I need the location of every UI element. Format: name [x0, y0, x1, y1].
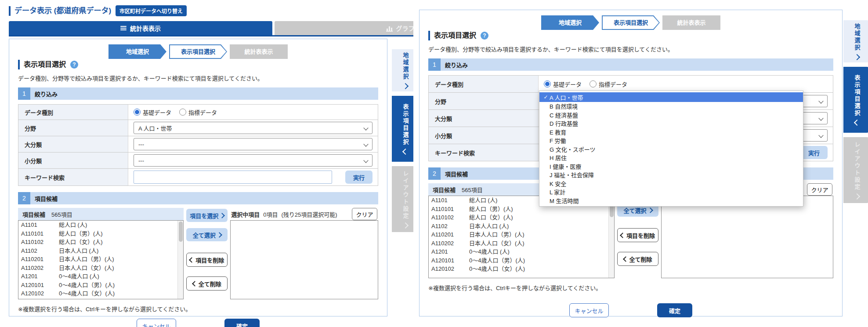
dropdown-option[interactable]: E 教育 [539, 128, 803, 137]
list-item[interactable]: A110201 日本人人口（男）(人) [429, 230, 614, 239]
clear-button[interactable]: クリア [807, 183, 832, 196]
selected-list[interactable] [661, 196, 833, 278]
item-code: A110101 [431, 205, 469, 214]
filter-form: データ種別 基礎データ 指標データ 分野 A 人口・世帯 大分類 --- [18, 104, 378, 186]
list-item[interactable]: A1102 日本人人口 (人) [18, 247, 183, 255]
dropdown-option[interactable]: ✓ A 人口・世帯 [539, 92, 803, 102]
option-label: M 生活時間 [550, 196, 579, 205]
clear-button[interactable]: クリア [352, 208, 377, 220]
selected-header: 選択中項目 0項目 (残り25項目選択可能) クリア [230, 208, 378, 220]
selection-card: 地域選択 表示項目選択 統計表表示 表示項目選択 ? データ種別、分野等で絞込み… [9, 39, 387, 316]
scrollbar-thumb[interactable] [179, 222, 183, 242]
dropdown-option[interactable]: B 自然環境 [539, 102, 803, 111]
remove-item-button[interactable]: 項目を削除 [186, 253, 228, 267]
category-select[interactable]: A 人口・世帯 [134, 122, 373, 134]
side-tab[interactable]: 表示項目選択 [843, 67, 868, 133]
radio-indicator-data[interactable]: 指標データ [179, 108, 217, 116]
radio-basic-data[interactable]: 基礎データ [544, 80, 582, 88]
list-item[interactable]: A110102 総人口（女）(人) [18, 238, 183, 247]
filter-section-header: 1 絞り込み [18, 87, 378, 100]
select-value: --- [138, 141, 144, 148]
radio-unselected-icon [590, 80, 597, 87]
selected-list[interactable] [230, 220, 378, 299]
dropdown-option[interactable]: H 居住 [539, 153, 803, 162]
option-label: A 人口・世帯 [550, 93, 583, 102]
list-scrollbar[interactable] [608, 196, 614, 278]
help-icon[interactable]: ? [70, 61, 78, 69]
list-item[interactable]: A120102 0～4歳人口（女）(人) [429, 265, 614, 273]
select-all-button[interactable]: 全て選択 [186, 228, 228, 241]
dropdown-option[interactable]: G 文化・スポーツ [539, 145, 803, 154]
item-code: A1102 [431, 222, 469, 231]
side-tab[interactable]: レイアウト設定 [392, 166, 413, 232]
dropdown-option[interactable]: C 経済基盤 [539, 111, 803, 120]
radio-indicator-data[interactable]: 指標データ [590, 80, 627, 88]
confirm-button[interactable]: 確定 [224, 319, 260, 327]
form-row-category: 分野 A 人口・世帯 [18, 120, 378, 136]
dropdown-option[interactable]: M 生活時間 [539, 196, 803, 205]
major-class-select[interactable]: --- [134, 138, 373, 150]
panel-description: データ種別、分野等で絞込み項目を選択するか、キーワード検索にて項目を選択してくだ… [428, 45, 833, 53]
tab-graph[interactable]: グラフ表示 [275, 21, 413, 35]
stepper: 地域選択 表示項目選択 統計表表示 [428, 15, 833, 30]
item-select-panel-with-dropdown: 地域選択 表示項目選択 統計表表示 表示項目選択 ? データ種別、分野等で絞込み… [413, 0, 868, 327]
step-table-display: 統計表表示 [230, 44, 288, 59]
minor-class-select[interactable]: --- [134, 154, 373, 167]
list-item[interactable]: A1102 日本人人口 (人) [429, 222, 614, 231]
dropdown-option[interactable]: L 家計 [539, 188, 803, 196]
item-name: 日本人人口（男）(人) [59, 255, 114, 264]
tab-label: グラフ表示 [396, 24, 414, 33]
list-item[interactable]: A110201 日本人人口（男）(人) [18, 255, 183, 264]
list-item[interactable]: A1201 0～4歳人口 (人) [18, 272, 183, 281]
list-item[interactable]: A110101 総人口（男）(人) [18, 229, 183, 238]
cancel-button[interactable]: キャンセル [569, 303, 609, 317]
radio-label: 指標データ [188, 108, 217, 116]
cancel-button[interactable]: キャンセル [137, 319, 176, 327]
list-item[interactable]: A120102 0～4歳人口（女）(人) [18, 289, 183, 298]
candidates-list[interactable]: A1101 総人口 (人) A110101 総人口（男）(人) A110102 [428, 196, 615, 278]
list-item[interactable]: A110102 総人口（女）(人) [429, 213, 614, 222]
step-region-select[interactable]: 地域選択 [108, 44, 166, 59]
step-region-select[interactable]: 地域選択 [541, 15, 599, 30]
dropdown-option[interactable]: F 労働 [539, 136, 803, 145]
side-tab[interactable]: 地域選択 [843, 20, 868, 62]
section-title: 項目候補 [30, 194, 58, 203]
list-item[interactable]: A110202 日本人人口（女）(人) [18, 264, 183, 272]
chevron-icon [854, 120, 860, 126]
help-icon[interactable]: ? [481, 32, 488, 40]
confirm-button[interactable]: 確定 [657, 303, 692, 317]
step-item-select[interactable]: 表示項目選択 [169, 44, 227, 59]
dropdown-option[interactable]: I 健康・医療 [539, 162, 803, 171]
step-item-select[interactable]: 表示項目選択 [602, 15, 660, 30]
municipal-switch-button[interactable]: 市区町村データへ切り替え [116, 5, 187, 16]
radio-label: 基礎データ [143, 108, 171, 116]
side-tab[interactable]: レイアウト設定 [843, 137, 868, 203]
select-item-button[interactable]: 項目を選択 [186, 209, 228, 222]
remove-all-button[interactable]: 全て削除 [186, 276, 228, 291]
execute-button[interactable]: 実行 [800, 146, 828, 159]
side-tab-label: 地域選択 [401, 52, 410, 80]
side-tab[interactable]: 表示項目選択 [392, 96, 413, 162]
dropdown-option[interactable]: K 安全 [539, 179, 803, 188]
multi-select-note: ※複数選択を行う場合は、Ctrlキーを押しながら選択してください。 [428, 283, 833, 292]
list-item[interactable]: A1101 総人口 (人) [18, 221, 183, 229]
list-item[interactable]: A1201 0～4歳人口 (人) [429, 247, 614, 256]
list-scrollbar[interactable] [177, 221, 183, 299]
dropdown-option[interactable]: J 福祉・社会保障 [539, 171, 803, 179]
radio-basic-data[interactable]: 基礎データ [134, 108, 171, 116]
side-tab[interactable]: 地域選択 [392, 49, 413, 91]
tab-label: 統計表表示 [130, 24, 161, 33]
item-name: 0～4歳人口（女）(人) [59, 289, 115, 298]
item-name: 総人口 (人) [59, 221, 87, 229]
keyword-input[interactable] [134, 171, 332, 184]
dropdown-option[interactable]: D 行政基盤 [539, 119, 803, 128]
item-code: A1102 [21, 247, 59, 255]
list-item[interactable]: A110202 日本人人口（女）(人) [429, 239, 614, 248]
remove-item-button[interactable]: 項目を削除 [617, 228, 658, 242]
list-item[interactable]: A120101 0～4歳人口（男）(人) [18, 281, 183, 290]
candidates-list[interactable]: A1101 総人口 (人) A110101 総人口（男）(人) A110102 [18, 220, 184, 299]
execute-button[interactable]: 実行 [345, 171, 373, 184]
list-item[interactable]: A120101 0～4歳人口（男）(人) [429, 256, 614, 265]
remove-all-button[interactable]: 全て削除 [617, 252, 658, 266]
tab-statistics-table[interactable]: 統計表表示 [9, 21, 272, 35]
